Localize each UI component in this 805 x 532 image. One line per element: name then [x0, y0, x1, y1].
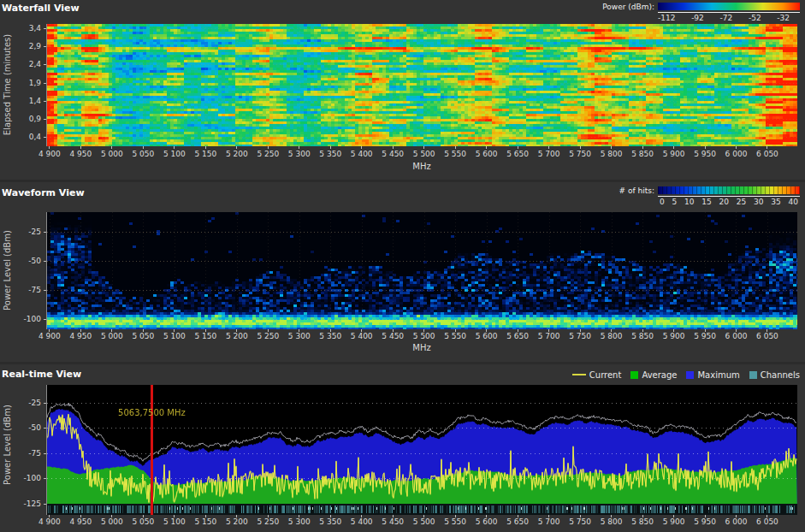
power-colorbar-tick: -92	[691, 14, 704, 22]
hits-colorbar-underline	[658, 196, 800, 197]
x-tick-label: 5 550	[438, 332, 472, 340]
x-tick-label: 5 600	[470, 332, 504, 340]
x-tick-label: 5 100	[157, 150, 192, 158]
x-tick-label: 5 400	[345, 332, 379, 340]
y-tick-mark	[44, 64, 46, 65]
x-tick-mark	[299, 146, 299, 149]
x-tick-mark	[361, 146, 362, 149]
x-tick-mark	[455, 146, 456, 149]
y-tick-label: -75	[12, 449, 41, 458]
spectrum-analyzer-app: Waterfall View Power (dBm): -112-92-72-5…	[0, 0, 805, 532]
y-tick-label: 3,4	[12, 24, 41, 33]
x-tick-label: 4 900	[33, 332, 67, 340]
legend-item-average[interactable]: Average	[630, 370, 677, 380]
x-tick-label: 4 950	[63, 150, 98, 158]
x-tick-label: 6 000	[719, 517, 753, 526]
x-tick-label: 5 350	[313, 517, 347, 526]
legend-item-channels[interactable]: Channels	[749, 370, 800, 380]
x-tick-label: 5 150	[188, 150, 222, 158]
hits-colorbar-tick: 10	[684, 198, 694, 206]
legend-swatch-current	[572, 374, 586, 375]
x-tick-label: 5 900	[657, 517, 691, 526]
x-tick-label: 5 050	[126, 517, 160, 526]
hits-colorbar-tick: 35	[771, 198, 780, 206]
x-tick-mark	[423, 146, 424, 149]
x-tick-label: 5 750	[563, 150, 597, 158]
x-tick-label: 5 300	[282, 150, 317, 158]
x-tick-label: 5 150	[188, 332, 222, 340]
x-tick-label: 6 050	[750, 517, 784, 526]
x-tick-label: 5 450	[376, 517, 410, 526]
x-tick-mark	[642, 146, 643, 149]
y-tick-label: -125	[12, 499, 41, 508]
x-tick-label: 5 750	[563, 517, 597, 526]
x-tick-label: 5 250	[251, 150, 285, 158]
x-tick-label: 5 850	[625, 332, 660, 340]
y-tick-mark	[44, 428, 46, 429]
x-tick-mark	[330, 146, 331, 149]
x-tick-label: 5 950	[688, 150, 722, 158]
legend-item-current[interactable]: Current	[572, 370, 622, 380]
x-tick-label: 5 300	[282, 517, 317, 526]
x-tick-mark	[580, 146, 581, 149]
x-tick-label: 5 200	[220, 150, 254, 158]
hits-colorbar-ticks: 0510152025303540	[658, 198, 800, 206]
x-tick-mark	[673, 146, 674, 149]
legend-label: Channels	[761, 370, 800, 380]
hits-colorbar-tick: 0	[660, 198, 665, 206]
power-colorbar-underline	[658, 12, 800, 13]
y-tick-mark	[44, 137, 46, 138]
y-tick-mark	[44, 119, 46, 120]
y-tick-label: -100	[12, 315, 41, 323]
x-tick-label: 5 800	[595, 150, 629, 158]
x-tick-label: 5 100	[157, 332, 192, 340]
x-tick-mark	[486, 146, 487, 149]
x-tick-label: 5 000	[95, 517, 129, 526]
x-tick-label: 5 050	[126, 332, 160, 340]
x-tick-mark	[548, 146, 549, 149]
x-tick-label: 5 850	[625, 517, 660, 526]
hits-colorbar-tick: 30	[754, 198, 763, 206]
y-tick-label: 2,4	[12, 60, 41, 68]
x-tick-label: 5 250	[251, 332, 285, 340]
x-tick-mark	[705, 146, 706, 149]
x-tick-label: 5 550	[438, 150, 472, 158]
y-tick-mark	[44, 319, 46, 320]
x-tick-label: 5 400	[345, 517, 379, 526]
realtime-plot[interactable]	[47, 385, 797, 515]
x-tick-label: 5 650	[500, 332, 535, 340]
x-tick-label: 5 250	[251, 517, 285, 526]
x-tick-mark	[143, 146, 144, 149]
power-colorbar-ticks: -112-92-72-52-32	[658, 14, 800, 22]
x-tick-mark	[49, 146, 50, 149]
y-tick-label: 0,9	[12, 115, 41, 123]
x-tick-label: 5 450	[376, 332, 410, 340]
x-tick-mark	[174, 146, 175, 149]
x-tick-label: 5 500	[407, 332, 441, 340]
y-tick-mark	[44, 28, 46, 29]
x-tick-label: 4 950	[63, 517, 98, 526]
legend-item-maximum[interactable]: Maximum	[686, 370, 739, 380]
x-tick-label: 4 900	[33, 150, 67, 158]
x-tick-label: 5 850	[625, 150, 660, 158]
x-tick-mark	[80, 146, 81, 149]
y-tick-mark	[44, 83, 46, 84]
marker-frequency-label: 5063,7500 MHz	[100, 408, 203, 417]
hits-colorbar-gradient	[658, 186, 800, 194]
x-tick-label: 5 200	[220, 332, 254, 340]
legend-label: Average	[642, 370, 677, 380]
x-tick-label: 5 700	[532, 517, 566, 526]
x-tick-label: 6 050	[750, 332, 784, 340]
y-tick-label: -25	[12, 399, 41, 407]
x-tick-mark	[736, 146, 737, 149]
x-tick-label: 5 700	[532, 332, 566, 340]
x-tick-label: 6 050	[750, 150, 784, 158]
legend-label: Current	[589, 370, 622, 380]
x-tick-mark	[205, 146, 206, 149]
y-tick-label: -75	[12, 286, 41, 294]
y-tick-label: -50	[12, 423, 41, 432]
y-tick-label: -100	[12, 474, 41, 482]
y-tick-label: -50	[12, 257, 41, 265]
y-tick-label: 2,9	[12, 42, 41, 50]
hits-colorbar-tick: 40	[788, 198, 797, 206]
